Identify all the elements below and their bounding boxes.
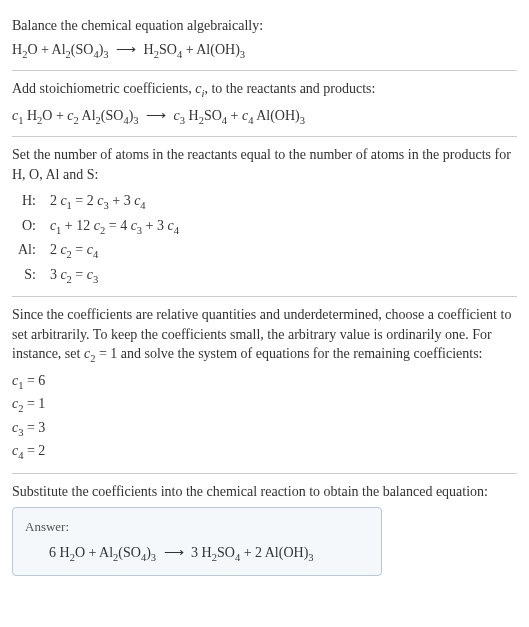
element-equation: c1 + 12 c2 = 4 c3 + 3 c4 xyxy=(44,215,185,239)
stoich-title-b: , to the reactants and products: xyxy=(204,81,375,96)
ans-g: + 2 Al(OH) xyxy=(240,545,308,560)
mid: = xyxy=(72,242,87,257)
cs: 3 xyxy=(93,273,98,284)
sp2b: (SO xyxy=(101,108,124,123)
element-label: Al: xyxy=(12,239,44,263)
ans-gs: 3 xyxy=(308,551,313,562)
ans-ds: 3 xyxy=(151,551,156,562)
val: = 2 xyxy=(23,443,45,458)
answer-box: Answer: 6 H2O + Al2(SO4)3 ⟶ 3 H2SO4 + 2 … xyxy=(12,507,382,576)
atoms-title: Set the number of atoms in the reactants… xyxy=(12,145,517,184)
table-row: Al: 2 c2 = c4 xyxy=(12,239,185,263)
cs: 4 xyxy=(140,200,145,211)
ans-c: (SO xyxy=(118,545,141,560)
sp3c: + xyxy=(227,108,242,123)
arrow-icon: ⟶ xyxy=(146,106,166,126)
element-equation: 2 c2 = c4 xyxy=(44,239,185,263)
lhs-al: O + Al xyxy=(27,42,65,57)
sp4: Al(OH) xyxy=(253,108,299,123)
list-item: c4 = 2 xyxy=(12,441,517,463)
list-item: c3 = 3 xyxy=(12,418,517,440)
list-item: c1 = 6 xyxy=(12,371,517,393)
lhs-h2o-h: H xyxy=(12,42,22,57)
stoich-equation: c1 H2O + c2 Al2(SO4)3 ⟶ c3 H2SO4 + c4 Al… xyxy=(12,106,517,128)
ans-a: 6 H xyxy=(49,545,70,560)
answer-title: Substitute the coefficients into the che… xyxy=(12,482,517,502)
table-row: H: 2 c1 = 2 c3 + 3 c4 xyxy=(12,190,185,214)
lhs-so4: (SO xyxy=(71,42,94,57)
section-answer: Substitute the coefficients into the che… xyxy=(12,474,517,584)
element-equation: 2 c1 = 2 c3 + 3 c4 xyxy=(44,190,185,214)
rhs-h2so4-h: H xyxy=(144,42,154,57)
sp1: H xyxy=(23,108,37,123)
sp2cs: 3 xyxy=(133,114,138,125)
cs: 4 xyxy=(93,249,98,260)
unbalanced-equation: H2O + Al2(SO4)3 ⟶ H2SO4 + Al(OH)3 xyxy=(12,40,517,62)
sp3b: SO xyxy=(204,108,222,123)
atom-equations-table: H: 2 c1 = 2 c3 + 3 c4 O: c1 + 12 c2 = 4 … xyxy=(12,190,185,288)
mid: + 3 xyxy=(142,218,167,233)
val: = 1 xyxy=(23,396,45,411)
section-balance-intro: Balance the chemical equation algebraica… xyxy=(12,8,517,70)
val: = 6 xyxy=(23,373,45,388)
mid: + 3 xyxy=(109,193,134,208)
sp2: Al xyxy=(79,108,96,123)
sp4s: 3 xyxy=(300,114,305,125)
stoich-title-a: Add stoichiometric coefficients, xyxy=(12,81,195,96)
sp1b: O + xyxy=(42,108,67,123)
lhs-3: 3 xyxy=(103,48,108,59)
pre: 2 xyxy=(50,242,61,257)
mid: + 12 xyxy=(61,218,93,233)
answer-label: Answer: xyxy=(25,518,369,536)
cs: 4 xyxy=(174,225,179,236)
element-label: H: xyxy=(12,190,44,214)
element-label: O: xyxy=(12,215,44,239)
mid: = 4 xyxy=(105,218,130,233)
val: = 3 xyxy=(23,420,45,435)
element-equation: 3 c2 = c3 xyxy=(44,264,185,288)
solve-text: Since the coefficients are relative quan… xyxy=(12,305,517,367)
sp3: H xyxy=(185,108,199,123)
section-stoich: Add stoichiometric coefficients, ci, to … xyxy=(12,71,517,136)
rhs-aloh3: + Al(OH) xyxy=(182,42,240,57)
list-item: c2 = 1 xyxy=(12,394,517,416)
pre: 3 xyxy=(50,267,61,282)
table-row: O: c1 + 12 c2 = 4 c3 + 3 c4 xyxy=(12,215,185,239)
section-solve: Since the coefficients are relative quan… xyxy=(12,297,517,473)
table-row: S: 3 c2 = c3 xyxy=(12,264,185,288)
pre: 2 xyxy=(50,193,61,208)
coefficient-list: c1 = 6 c2 = 1 c3 = 3 c4 = 2 xyxy=(12,371,517,464)
mid: = 2 xyxy=(72,193,97,208)
rhs-aloh3-3: 3 xyxy=(240,48,245,59)
intro-title: Balance the chemical equation algebraica… xyxy=(12,16,517,36)
arrow-icon: ⟶ xyxy=(116,40,136,60)
stoich-title: Add stoichiometric coefficients, ci, to … xyxy=(12,79,517,101)
arrow-icon: ⟶ xyxy=(164,543,184,563)
section-atoms: Set the number of atoms in the reactants… xyxy=(12,137,517,296)
ans-b: O + Al xyxy=(75,545,113,560)
ans-f: SO xyxy=(217,545,235,560)
rhs-so4: SO xyxy=(159,42,177,57)
balanced-equation: 6 H2O + Al2(SO4)3 ⟶ 3 H2SO4 + 2 Al(OH)3 xyxy=(25,543,369,565)
mid: = xyxy=(72,267,87,282)
ans-e: 3 H xyxy=(191,545,212,560)
element-label: S: xyxy=(12,264,44,288)
solve-text-b: = 1 and solve the system of equations fo… xyxy=(95,346,482,361)
